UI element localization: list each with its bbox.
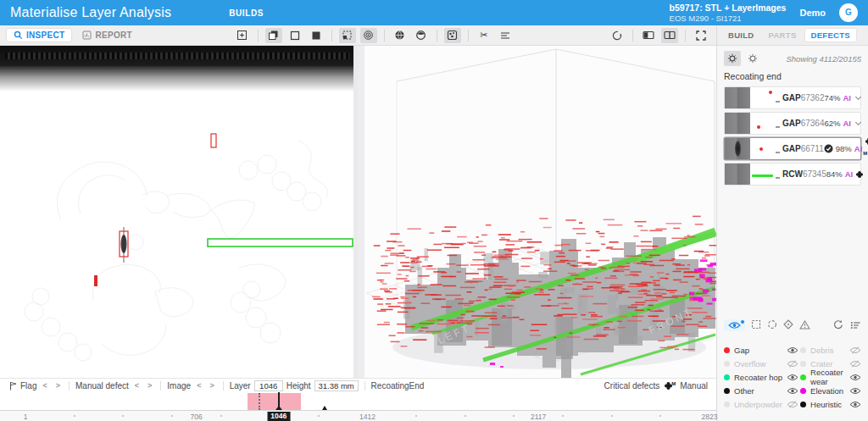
panel-split-icon[interactable] <box>661 28 678 43</box>
eye-icon[interactable] <box>849 401 861 408</box>
diamond-marker-icon[interactable] <box>783 318 793 333</box>
legend-label: Other <box>734 386 754 396</box>
tab-defects[interactable]: DEFECTS <box>805 29 856 42</box>
defect-box-small[interactable] <box>211 134 216 147</box>
timeline-tick-label: 2117 <box>531 413 546 421</box>
eye-icon[interactable] <box>787 374 798 381</box>
ai-badge: AI <box>845 169 854 179</box>
legend-label: Recoater hop <box>734 373 782 382</box>
ai-badge: AI <box>843 93 852 102</box>
timeline-current-badge: 1046 <box>267 412 290 421</box>
recoating-end-label: RecoatingEnd <box>371 381 425 391</box>
flag-prev-button[interactable]: < <box>40 381 49 390</box>
eye-icon[interactable] <box>849 374 861 381</box>
timeline-tick-label: 706 <box>191 413 203 421</box>
flag-label: Flag <box>20 381 36 391</box>
flag-icon <box>9 381 17 391</box>
avatar[interactable]: G <box>839 3 858 22</box>
defect-name: GAP67364 <box>782 119 824 128</box>
timeline-minor-tick <box>122 415 124 417</box>
timeline-flag-marker[interactable] <box>322 406 327 410</box>
eye-off-icon[interactable] <box>849 360 861 368</box>
manual-defect-next-button[interactable]: > <box>145 381 154 390</box>
timeline-minor-tick <box>659 415 661 417</box>
timeline-minor-tick <box>513 415 515 417</box>
mask-icon[interactable] <box>308 28 325 43</box>
layer-timeline[interactable]: 1046 1706141221172823 <box>0 392 716 421</box>
defect-row[interactable]: GAP66711 98% AI M <box>724 137 861 160</box>
fullscreen-icon[interactable] <box>693 28 709 43</box>
eye-off-icon[interactable] <box>849 346 861 354</box>
group-settings-icon[interactable] <box>744 51 761 66</box>
eye-icon[interactable] <box>849 387 861 395</box>
build-subtitle: EOS M290 - SI1721 <box>670 14 787 23</box>
right-panel-tabs: BUILD PARTS DEFECTS <box>717 25 868 46</box>
layer-list-icon[interactable] <box>497 28 514 43</box>
visibility-filter-icon[interactable] <box>724 319 745 331</box>
manual-critical-flag: M <box>671 381 676 386</box>
tab-build[interactable]: BUILD <box>722 29 760 42</box>
part-contours <box>25 141 328 361</box>
timeline-axis <box>0 410 716 411</box>
tab-parts[interactable]: PARTS <box>763 29 803 42</box>
compare-layers-icon[interactable] <box>265 28 282 43</box>
loop-icon[interactable] <box>767 318 777 333</box>
eye-off-icon[interactable] <box>787 401 798 408</box>
panel-single-icon[interactable] <box>640 28 657 43</box>
minimap-dash-icon <box>776 152 780 153</box>
defect-color-dot <box>724 347 730 353</box>
tab-inspect[interactable]: INSPECT <box>7 29 71 42</box>
bounding-box-icon[interactable] <box>751 318 761 333</box>
layer-image-view[interactable] <box>0 46 358 378</box>
chevron-down-icon[interactable] <box>855 94 861 100</box>
layer-image-overlay <box>0 46 358 378</box>
defect-row[interactable]: GAP67362 74% AI M <box>724 86 861 109</box>
eye-icon[interactable] <box>787 387 798 395</box>
layer-input[interactable] <box>254 380 283 391</box>
region-zoom-icon[interactable] <box>234 28 251 43</box>
legend-item: Recoater hop <box>724 370 798 384</box>
defect-row[interactable]: RCW67345 84% AI M <box>724 163 861 186</box>
timeline-selected-range[interactable] <box>248 393 301 410</box>
timeline-tick-label: 1412 <box>359 413 376 421</box>
legend-item: Recoater wear <box>800 370 861 384</box>
image-next-button[interactable]: > <box>207 381 216 390</box>
defect-color-dot <box>800 347 806 353</box>
timeline-current-handle[interactable] <box>278 392 280 410</box>
confidence-value: 62% <box>824 119 840 128</box>
legend-label: Debris <box>810 346 833 355</box>
defect-row[interactable]: GAP67364 62% AI M <box>724 112 861 135</box>
manual-defect-prev-button[interactable]: < <box>132 381 142 390</box>
verified-icon <box>824 141 833 157</box>
view-3d-solid-icon[interactable] <box>392 28 409 43</box>
image-prev-button[interactable]: < <box>194 381 203 390</box>
tab-report[interactable]: REPORT <box>75 29 138 42</box>
grid-settings-icon[interactable] <box>724 51 741 66</box>
user-menu[interactable]: Demo <box>799 8 826 18</box>
nav-builds[interactable]: BUILDS <box>229 8 264 18</box>
view-3d-cap-icon[interactable] <box>413 28 430 43</box>
build-info[interactable]: b59717: STL + LayerImages EOS M290 - SI1… <box>670 3 787 23</box>
eye-icon[interactable] <box>787 346 798 354</box>
flag-next-button[interactable]: > <box>53 381 63 390</box>
warning-icon[interactable] <box>799 318 810 333</box>
defect-spots-icon[interactable] <box>360 28 377 43</box>
defects-panel: BUILD PARTS DEFECTS Showing 4112/20155 R… <box>716 25 868 421</box>
defect-thumbnail <box>725 113 750 134</box>
recoater-wear-box[interactable] <box>208 239 353 247</box>
reset-view-icon[interactable] <box>609 28 626 43</box>
height-input[interactable] <box>314 380 359 391</box>
chevron-down-icon[interactable] <box>855 119 861 125</box>
image-only-icon[interactable] <box>287 28 303 43</box>
sort-icon[interactable] <box>850 318 861 333</box>
slice-scissors-icon[interactable]: ✂ <box>476 28 492 43</box>
eye-off-icon[interactable] <box>787 360 798 368</box>
overlay-region-icon[interactable] <box>339 28 356 43</box>
viewer-3d[interactable]: LEFT FRONT <box>364 46 716 378</box>
defect-minimap <box>750 87 782 108</box>
defect-mark-solid[interactable] <box>94 275 97 286</box>
manual-label: Manual <box>680 381 708 391</box>
defect-cluster-icon[interactable] <box>444 28 461 43</box>
refresh-icon[interactable] <box>832 318 843 333</box>
defect-name: RCW67345 <box>782 169 826 179</box>
